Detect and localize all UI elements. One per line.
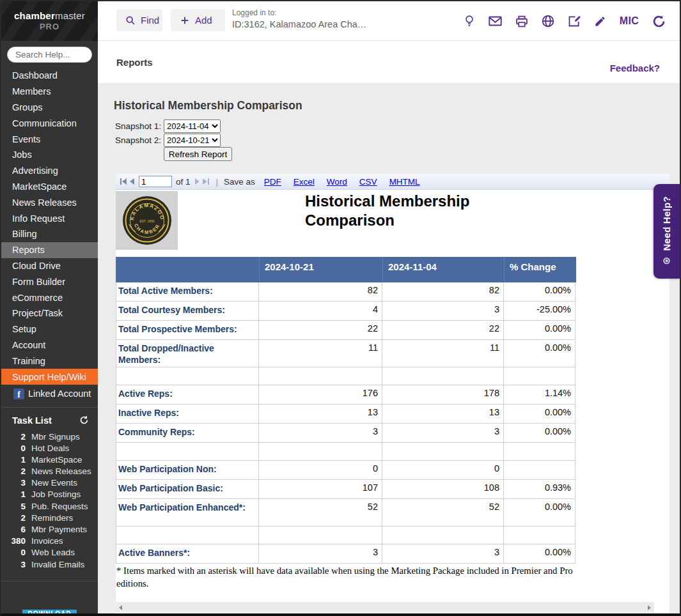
- row-label: Total Courtesy Members:: [116, 302, 259, 321]
- sidebar-item[interactable]: Members: [1, 84, 98, 100]
- sidebar-item[interactable]: Setup: [1, 321, 98, 337]
- prev-page-icon[interactable]: [130, 178, 135, 185]
- sidebar-item[interactable]: Training: [1, 353, 98, 369]
- save-as-link[interactable]: PDF: [264, 177, 281, 187]
- save-as-link[interactable]: MHTML: [389, 177, 420, 187]
- find-button[interactable]: Find: [116, 9, 162, 31]
- sidebar-item-label: Project/Task: [12, 308, 63, 318]
- percent-change-cell: 0.00%: [504, 321, 575, 340]
- refresh-icon[interactable]: [652, 15, 666, 28]
- sidebar-item[interactable]: Dashboard: [1, 68, 98, 84]
- printer-icon[interactable]: [515, 15, 528, 27]
- task-list-item[interactable]: 2 Mbr Signups: [1, 431, 98, 442]
- percent-change-cell: [504, 461, 575, 480]
- last-page-icon[interactable]: [202, 178, 209, 185]
- mic-link[interactable]: MIC: [620, 15, 639, 27]
- sidebar-item[interactable]: Support Help/Wiki: [1, 369, 98, 385]
- task-list-item[interactable]: 3 Invalid Emails: [1, 558, 98, 570]
- table-column-header: % Change: [504, 257, 575, 282]
- table-row: Web Participation Enhanced*: 52 52 0.00%: [116, 499, 576, 527]
- pencil-icon[interactable]: [594, 15, 606, 27]
- need-help-tab[interactable]: Need Help? ⊛: [654, 184, 680, 279]
- save-as-link[interactable]: CSV: [359, 177, 377, 187]
- task-list-item[interactable]: 1 Job Postings: [1, 489, 98, 500]
- sidebar-item[interactable]: Jobs: [1, 147, 98, 163]
- sidebar-item-label: Support Help/Wiki: [12, 372, 86, 382]
- sidebar-item-label: Billing: [12, 229, 37, 239]
- task-list-item[interactable]: 1 MarketSpace: [1, 454, 98, 465]
- sidebar-item[interactable]: Account: [1, 337, 98, 353]
- task-list-item[interactable]: 2 News Releases: [1, 466, 98, 477]
- table-row: Active Banners*: 3 3 0.00%: [116, 544, 576, 564]
- snapshot2-select[interactable]: 2024-10-21: [164, 134, 221, 147]
- snapshot2-cell: 22: [382, 321, 504, 340]
- task-count-badge: 380: [1, 536, 26, 546]
- sidebar-item[interactable]: News Releases: [1, 194, 98, 210]
- add-button[interactable]: Add: [171, 9, 225, 31]
- sidebar-item[interactable]: eCommerce: [1, 289, 98, 305]
- sidebar-item[interactable]: MarketSpace: [1, 179, 98, 195]
- first-page-icon[interactable]: [120, 178, 127, 185]
- task-count-badge: 0: [1, 443, 26, 453]
- task-list-item[interactable]: 3 New Events: [1, 477, 98, 489]
- sidebar-item-label: Cloud Drive: [12, 261, 61, 271]
- snapshot2-cell: 11: [382, 340, 504, 367]
- envelope-icon[interactable]: [489, 16, 502, 26]
- percent-change-cell: [504, 527, 575, 544]
- scroll-left-icon[interactable]: [119, 605, 122, 610]
- sidebar-item[interactable]: Info Request: [1, 210, 98, 226]
- sidebar-item-label: News Releases: [12, 197, 77, 208]
- sidebar-item[interactable]: Cloud Drive: [1, 258, 98, 274]
- task-list-item[interactable]: 5 Pub. Requests: [1, 500, 98, 512]
- task-label: Invalid Emails: [31, 560, 84, 569]
- task-refresh-icon[interactable]: [79, 415, 89, 425]
- task-list-item[interactable]: 6 Mbr Payments: [1, 523, 98, 535]
- snapshot1-cell: 22: [259, 321, 382, 340]
- task-list-item[interactable]: 380 Invoices: [1, 535, 98, 547]
- task-list-item[interactable]: 0 Hot Deals: [1, 442, 98, 454]
- percent-change-cell: 0.93%: [504, 480, 575, 499]
- task-count-badge: 1: [1, 489, 26, 499]
- next-page-icon[interactable]: [194, 178, 200, 185]
- page-count-label: of 1: [176, 177, 191, 187]
- snapshot1-cell: [259, 367, 382, 385]
- compose-icon[interactable]: [568, 15, 581, 27]
- sidebar-item[interactable]: Events: [1, 131, 98, 147]
- sidebar-item-linked-account[interactable]: f Linked Account: [1, 385, 98, 403]
- chamber-logo: KALAMAZOO CHAMBER EST. 1890: [116, 191, 178, 250]
- percent-change-cell: 0.00%: [504, 340, 575, 367]
- save-as-link[interactable]: Word: [327, 177, 347, 187]
- scroll-right-icon[interactable]: [648, 605, 651, 610]
- download-button[interactable]: DOWNLOAD: [22, 610, 77, 613]
- task-list-item[interactable]: 2 Reminders: [1, 512, 98, 523]
- sidebar-item-label: Communication: [12, 118, 77, 128]
- save-as-links: PDFExcelWordCSVMHTML: [264, 177, 432, 187]
- sidebar-item[interactable]: Reports: [1, 242, 98, 258]
- task-label: News Releases: [31, 466, 91, 476]
- task-count-badge: 1: [1, 455, 26, 465]
- refresh-report-button[interactable]: Refresh Report: [164, 147, 232, 161]
- feedback-link[interactable]: Feedback?: [610, 63, 660, 73]
- need-help-label: Need Help?: [661, 196, 672, 251]
- horizontal-scrollbar[interactable]: [116, 602, 654, 613]
- page-number-input[interactable]: [139, 176, 172, 187]
- sidebar-item[interactable]: Form Builder: [1, 273, 98, 289]
- globe-icon[interactable]: [542, 15, 554, 27]
- search-help-input[interactable]: [7, 47, 92, 63]
- sidebar-item-label: Advertising: [12, 166, 58, 176]
- row-label: Active Banners*:: [116, 544, 259, 564]
- task-list-item[interactable]: 0 Web Leads: [1, 547, 98, 558]
- table-column-header: 2024-10-21: [259, 257, 382, 282]
- save-as-link[interactable]: Excel: [294, 177, 315, 187]
- snapshot1-select[interactable]: 2024-11-04: [164, 119, 221, 133]
- sidebar-item[interactable]: Groups: [1, 100, 98, 116]
- sidebar-item[interactable]: Communication: [1, 115, 98, 131]
- table-row: [116, 527, 576, 544]
- sidebar-item[interactable]: Project/Task: [1, 305, 98, 321]
- percent-change-cell: [504, 443, 575, 461]
- sidebar-item[interactable]: Advertising: [1, 163, 98, 179]
- sidebar-item-label: Jobs: [12, 150, 32, 160]
- sidebar-item[interactable]: Billing: [1, 226, 98, 242]
- lightbulb-icon[interactable]: [464, 15, 475, 27]
- table-row: Total Courtesy Members: 4 3 -25.00%: [116, 302, 576, 321]
